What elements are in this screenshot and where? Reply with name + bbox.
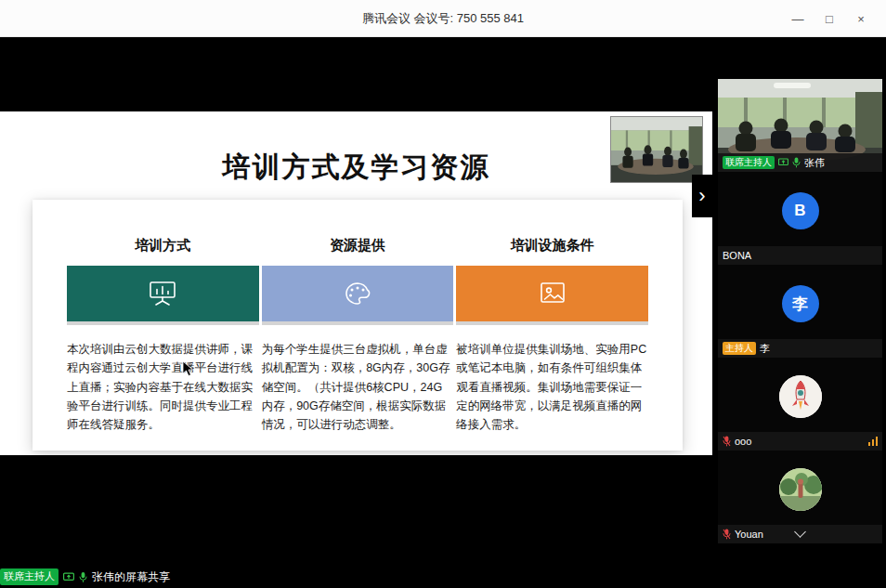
slide-title: 培训方式及学习资源: [0, 149, 712, 187]
park-avatar-image: [779, 468, 822, 511]
screen-share-statusbar: 联席主持人 张伟的屏幕共享: [0, 568, 170, 585]
column-body-text: 为每个学生提供三台虚拟机，单台虚拟机配置为：双核，8G内存，30G存储空间。（共…: [262, 340, 454, 434]
cohost-badge: 联席主持人: [723, 156, 775, 170]
participant-namebar: BONA: [718, 246, 882, 265]
participant-name: BONA: [723, 250, 751, 261]
column-color-bar: [67, 266, 259, 321]
avatar: [779, 468, 822, 511]
collapse-participants-button[interactable]: [785, 526, 816, 542]
minimize-icon[interactable]: —: [782, 12, 814, 26]
participant-tile-youan[interactable]: Youan: [718, 451, 882, 543]
participant-tile-video[interactable]: 联席主持人 张伟: [718, 79, 882, 172]
slide-column-training-method: 培训方式 本次培训由云创大数据提供讲师，课程内容通过云创大学直播平台进行线上直播…: [67, 200, 259, 434]
participant-name: 张伟: [804, 156, 825, 170]
mic-muted-icon: [723, 436, 731, 447]
chevron-down-icon: [794, 526, 806, 538]
avatar: B: [782, 192, 819, 229]
column-header: 资源提供: [262, 237, 454, 255]
participant-namebar: 联席主持人 张伟: [718, 153, 882, 172]
participant-tile-li[interactable]: 李 主持人 李: [718, 265, 882, 358]
slide-content-card: 培训方式 本次培训由云创大数据提供讲师，课程内容通过云创大学直播平台进行线上直播…: [33, 200, 683, 451]
rocket-avatar-image: [779, 375, 822, 418]
screen-share-icon: [778, 158, 788, 167]
participant-name: Youan: [735, 529, 763, 540]
titlebar: 腾讯会议 会议号: 750 555 841 — □ ×: [0, 0, 886, 37]
slide-column-facilities: 培训设施条件 被培训单位提供集训场地、实验用PC或笔记本电脑，如有条件可组织集体…: [456, 200, 648, 434]
window-controls: — □ ×: [782, 0, 877, 37]
window-title: 腾讯会议 会议号: 750 555 841: [362, 10, 524, 27]
host-badge: 主持人: [723, 342, 756, 356]
avatar: [779, 375, 822, 418]
column-header: 培训方式: [67, 237, 259, 255]
chevron-right-icon: ›: [698, 186, 705, 206]
shared-screen-camera-thumbnail: [610, 116, 703, 183]
participant-namebar: ooo: [718, 432, 882, 451]
participants-sidebar: 联席主持人 张伟 B: [718, 79, 882, 543]
network-signal-icon: [868, 437, 879, 446]
mic-icon: [79, 571, 87, 583]
mouse-cursor: [182, 360, 194, 381]
column-underline: [67, 321, 259, 325]
participant-name: 李: [760, 342, 770, 356]
screen-share-label: 张伟的屏幕共享: [92, 569, 170, 585]
meeting-window: 腾讯会议 会议号: 750 555 841 — □ × 培训方式及学习资源 培训…: [0, 0, 886, 588]
maximize-icon[interactable]: □: [814, 12, 845, 26]
screen-share-icon: [63, 572, 74, 582]
mic-icon: [792, 157, 801, 168]
column-body-text: 被培训单位提供集训场地、实验用PC或笔记本电脑，如有条件可组织集体观看直播视频。…: [456, 340, 648, 434]
mic-muted-icon: [723, 529, 731, 540]
column-underline: [262, 321, 454, 325]
avatar: 李: [782, 285, 819, 322]
column-color-bar: [262, 266, 454, 321]
next-slide-arrow: ›: [692, 175, 712, 217]
participant-namebar: 主持人 李: [718, 339, 882, 358]
palette-icon: [342, 280, 373, 307]
column-color-bar: [456, 266, 648, 321]
photo-icon: [537, 281, 568, 307]
cohost-badge: 联席主持人: [0, 568, 59, 585]
participant-tile-bona[interactable]: B BONA: [718, 172, 882, 265]
close-icon[interactable]: ×: [845, 12, 877, 26]
presentation-board-icon: [147, 280, 178, 307]
column-underline: [456, 321, 648, 325]
slide-column-resources: 资源提供 为每个学生提供三台虚拟机，单台虚拟机配置为：双核，8G内存，30G存储…: [262, 200, 454, 434]
participant-tile-ooo[interactable]: ooo: [718, 358, 882, 451]
meeting-room-video: [611, 117, 703, 183]
shared-screen-slide: 培训方式及学习资源 培训方式 本次培训由云创大数据提供讲师，课程内容通过云创大学…: [0, 111, 712, 455]
column-body-text: 本次培训由云创大数据提供讲师，课程内容通过云创大学直播平台进行线上直播；实验内容…: [67, 340, 259, 434]
column-header: 培训设施条件: [456, 237, 648, 255]
participant-name: ooo: [735, 436, 751, 447]
